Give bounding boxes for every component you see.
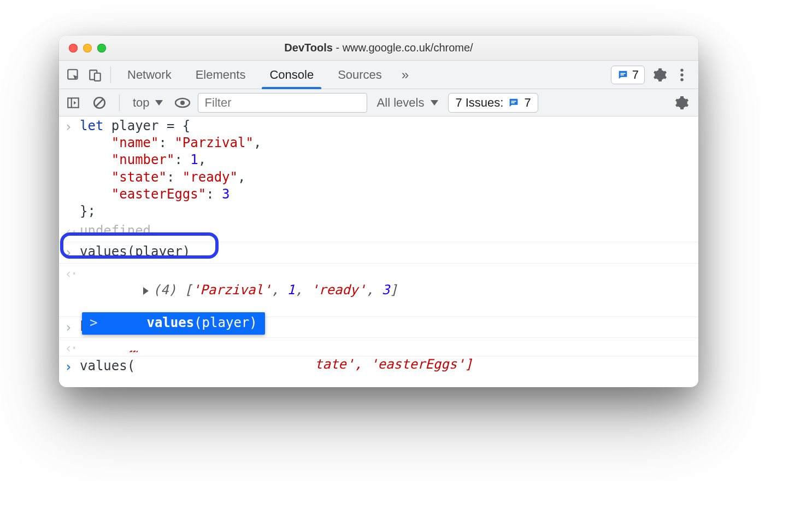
filter-input[interactable] — [198, 93, 367, 113]
settings-icon[interactable] — [649, 64, 671, 86]
panel-tabs: Network Elements Console Sources » — [115, 61, 416, 89]
autocomplete-match: values — [146, 315, 194, 330]
window-title-prefix: DevTools — [284, 42, 333, 54]
live-expression-icon[interactable] — [172, 92, 193, 114]
console-toolbar: top All levels 7 Issues: 7 — [59, 89, 698, 116]
svg-rect-4 — [620, 74, 623, 75]
window-title: DevTools - www.google.co.uk/chrome/ — [59, 42, 698, 54]
console-settings-icon[interactable] — [671, 92, 693, 114]
output-marker-icon — [64, 339, 80, 355]
window-title-url: www.google.co.uk/chrome/ — [343, 42, 473, 54]
svg-rect-2 — [95, 73, 101, 80]
issues-badge[interactable]: 7 Issues: 7 — [448, 93, 538, 113]
prompt-text: values( — [80, 358, 135, 374]
separator — [119, 95, 120, 111]
context-label: top — [133, 96, 150, 110]
array-length: (4) — [153, 282, 176, 298]
tab-console[interactable]: Console — [257, 61, 326, 89]
more-options-icon[interactable] — [671, 64, 693, 86]
log-levels-selector[interactable]: All levels — [372, 96, 444, 110]
autocomplete-caret: > — [90, 315, 97, 330]
prompt-marker-icon — [64, 358, 80, 376]
message-icon — [508, 97, 520, 109]
devtools-window: DevTools - www.google.co.uk/chrome/ Netw… — [59, 36, 698, 387]
expand-icon[interactable] — [143, 287, 149, 295]
messages-count: 7 — [632, 68, 639, 82]
undefined-result: undefined — [80, 223, 151, 238]
svg-point-6 — [680, 73, 683, 76]
svg-point-7 — [680, 78, 683, 80]
console-code: let player = { "name": "Parzival", "numb… — [80, 118, 261, 220]
issues-count: 7 — [524, 96, 531, 110]
svg-rect-16 — [511, 102, 515, 103]
input-marker-icon — [64, 118, 80, 220]
log-levels-label: All levels — [377, 96, 425, 110]
svg-rect-8 — [68, 98, 79, 107]
console-input-row[interactable]: let player = { "name": "Parzival", "numb… — [59, 116, 698, 221]
input-marker-icon — [64, 243, 80, 261]
autocomplete-popup[interactable]: >values(player) — [82, 312, 265, 335]
title-bar: DevTools - www.google.co.uk/chrome/ — [59, 36, 698, 61]
clear-console-icon[interactable] — [89, 92, 110, 114]
output-marker-icon — [64, 265, 80, 316]
message-icon — [617, 69, 629, 81]
svg-point-5 — [680, 68, 683, 71]
toggle-sidebar-icon[interactable] — [62, 92, 84, 114]
output-marker-icon — [64, 223, 80, 241]
context-selector[interactable]: top — [128, 96, 167, 110]
tab-overflow[interactable]: » — [394, 61, 416, 89]
syntax-error-squiggle — [129, 351, 138, 352]
svg-point-14 — [180, 101, 185, 105]
autocomplete-rest: (player) — [194, 315, 257, 330]
tab-sources[interactable]: Sources — [326, 61, 394, 89]
console-output-row: undefined — [59, 221, 698, 242]
chevron-down-icon — [155, 100, 163, 106]
svg-rect-15 — [511, 101, 516, 102]
svg-marker-10 — [74, 101, 76, 104]
separator — [110, 67, 111, 83]
chevron-down-icon — [431, 100, 438, 106]
main-toolbar: Network Elements Console Sources » 7 — [59, 61, 698, 89]
inspect-element-icon[interactable] — [62, 64, 84, 86]
device-toolbar-icon[interactable] — [84, 64, 106, 86]
input-marker-icon — [64, 318, 80, 336]
svg-line-12 — [96, 99, 103, 106]
issues-label: 7 Issues: — [455, 96, 503, 110]
console-output: let player = { "name": "Parzival", "numb… — [59, 116, 698, 387]
console-prompt-row[interactable]: values( — [59, 357, 698, 377]
console-input-row[interactable]: values(player) — [59, 242, 698, 263]
messages-badge[interactable]: 7 — [611, 66, 645, 84]
console-output-row[interactable]: (4) ['Parzival', 1, 'ready', 3] — [59, 264, 698, 318]
console-code: values(player) — [80, 244, 190, 259]
tab-elements[interactable]: Elements — [184, 61, 258, 89]
svg-rect-3 — [620, 73, 625, 74]
console-output-row[interactable]: tate', 'easterEggs'] — [59, 338, 698, 357]
tab-network[interactable]: Network — [115, 61, 184, 89]
